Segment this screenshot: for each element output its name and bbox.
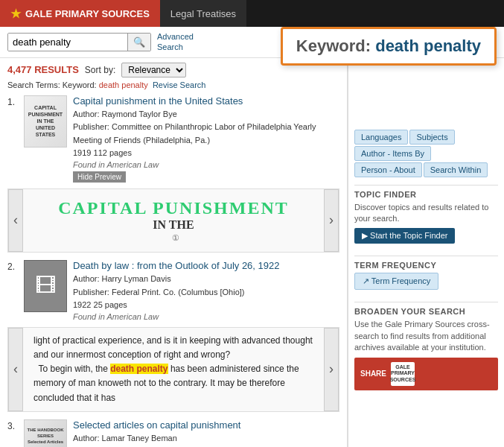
- result-number-1: 1.: [7, 97, 18, 107]
- topic-finder-header: TOPIC FINDER: [354, 185, 498, 199]
- search-button[interactable]: 🔍: [127, 34, 150, 51]
- header-title: Legal Treatises: [160, 0, 246, 27]
- result-title-1[interactable]: Capital punishment in the United States: [73, 95, 339, 107]
- result-year-2: 1922 25 pages: [73, 300, 127, 309]
- preview-carousel-1: ‹ CAPITAL PUNISHMENT IN THE ① ›: [7, 188, 339, 253]
- gale-icon-text: GALEPRIMARYSOURCES: [390, 364, 416, 383]
- result-number-3: 3.: [7, 421, 18, 431]
- result-details-1: Capital punishment in the United States …: [73, 95, 339, 183]
- result-title-2[interactable]: Death by law : from the Outlook of July …: [73, 260, 339, 271]
- gale-primary-sources-icon: GALEPRIMARYSOURCES: [391, 362, 415, 386]
- highlight-death-penalty: death penalty: [110, 364, 168, 374]
- result-thumb-1: CAPITALPUNISHMENTIN THEUNITED STATES: [24, 95, 67, 148]
- keyword-value: death penalty: [375, 37, 481, 55]
- right-panel: Languages Subjects Author - Items By Per…: [348, 58, 504, 447]
- star-icon: ★: [10, 7, 21, 21]
- carousel-big-text-1: CAPITAL PUNISHMENT: [32, 198, 315, 218]
- filter-tab-languages[interactable]: Languages: [354, 130, 408, 145]
- start-topic-finder-btn[interactable]: ▶ Start the Topic Finder: [354, 228, 455, 244]
- result-publisher-2: Publisher: Federal Print. Co. (Columbus …: [73, 288, 244, 297]
- topic-finder-desc: Discover topics and results related to y…: [354, 202, 498, 225]
- result-publisher-1: Publisher: Committee on Philanthropic La…: [73, 122, 316, 145]
- share-text: SHARE: [360, 370, 386, 378]
- logo-text: GALE PRIMARY SOURCES: [25, 8, 150, 19]
- carousel-page-1: ①: [172, 233, 179, 242]
- search-terms-keyword: death penalty: [99, 80, 148, 89]
- result-found-2: Found in American Law: [73, 312, 339, 321]
- filter-tab-author[interactable]: Author - Items By: [354, 146, 431, 161]
- result-author-1: Author: Raymond Taylor Bye: [73, 110, 177, 118]
- sort-label: Sort by:: [85, 65, 115, 75]
- results-count: 4,477 RESULTS: [7, 64, 79, 75]
- result-title-3[interactable]: Selected articles on capital punishment: [73, 419, 339, 431]
- carousel-content-1: CAPITAL PUNISHMENT IN THE ①: [23, 189, 324, 252]
- filter-tabs: Languages Subjects Author - Items By Per…: [354, 130, 498, 177]
- result-year-1: 1919 112 pages: [73, 148, 132, 157]
- result-meta-3: Author: Lamar Taney Beman Publisher: H.W…: [73, 432, 339, 447]
- revise-search-link[interactable]: Revise Search: [153, 80, 206, 89]
- broaden-desc: Use the Gale Primary Sources cross-searc…: [354, 319, 498, 353]
- gale-share-box[interactable]: SHARE GALEPRIMARYSOURCES: [354, 358, 498, 390]
- filter-tab-subjects[interactable]: Subjects: [409, 130, 454, 145]
- broaden-header: BROADEN YOUR SEARCH: [354, 302, 498, 316]
- result-details-3: Selected articles on capital punishment …: [73, 419, 339, 447]
- carousel-prev-2[interactable]: ‹: [8, 328, 23, 411]
- filter-tab-person[interactable]: Person - About: [354, 162, 422, 177]
- logo: ★ GALE PRIMARY SOURCES: [0, 0, 160, 27]
- result-item-2: 2. 🎞 Death by law : from the Outlook of …: [7, 260, 339, 321]
- search-terms: Search Terms: Keyword: death penalty Rev…: [7, 80, 339, 89]
- hide-preview-btn-1[interactable]: Hide Preview: [73, 171, 126, 183]
- keyword-label: Keyword:: [296, 37, 371, 55]
- result-number-2: 2.: [7, 261, 18, 272]
- left-panel: 4,477 RESULTS Sort by: Relevance Search …: [0, 58, 348, 447]
- result-details-2: Death by law : from the Outlook of July …: [73, 260, 339, 321]
- main-layout: 4,477 RESULTS Sort by: Relevance Search …: [0, 58, 504, 447]
- result-item-1: 1. CAPITALPUNISHMENTIN THEUNITED STATES …: [7, 95, 339, 183]
- result-thumb-3: THE HANDBOOK SERIESSelected Articles onC…: [24, 419, 67, 447]
- result-item-3: 3. THE HANDBOOK SERIESSelected Articles …: [7, 419, 339, 447]
- result-thumb-2: 🎞: [24, 260, 67, 312]
- search-input[interactable]: [8, 34, 127, 51]
- preview-carousel-2: ‹ light of practical experience, and is …: [7, 327, 339, 412]
- term-freq-header: TERM FREQUENCY: [354, 256, 498, 270]
- search-input-wrap: 🔍: [7, 33, 151, 51]
- carousel-next-1[interactable]: ›: [324, 189, 339, 252]
- sort-select[interactable]: Relevance: [121, 63, 186, 77]
- term-frequency-btn[interactable]: ↗ Term Frequency: [354, 273, 438, 290]
- search-terms-prefix: Search Terms: Keyword:: [7, 80, 97, 89]
- carousel-content-2: light of practical experience, and is it…: [23, 328, 324, 411]
- result-author-2: Author: Harry Lyman Davis: [73, 274, 171, 283]
- filter-tab-search-within[interactable]: Search Within: [424, 162, 488, 177]
- advanced-search-link[interactable]: Advanced Search: [157, 31, 194, 53]
- carousel-prev-1[interactable]: ‹: [8, 189, 23, 252]
- carousel-sub-text-1: IN THE: [32, 218, 315, 232]
- keyword-banner: Keyword: death penalty: [281, 27, 497, 66]
- result-meta-2: Author: Harry Lyman Davis Publisher: Fed…: [73, 273, 339, 312]
- carousel-next-2[interactable]: ›: [324, 328, 339, 411]
- result-meta-1: Author: Raymond Taylor Bye Publisher: Co…: [73, 108, 339, 160]
- result-author-3: Author: Lamar Taney Beman: [73, 434, 177, 443]
- result-found-1: Found in American Law: [73, 160, 339, 169]
- app-header: ★ GALE PRIMARY SOURCES Legal Treatises: [0, 0, 504, 27]
